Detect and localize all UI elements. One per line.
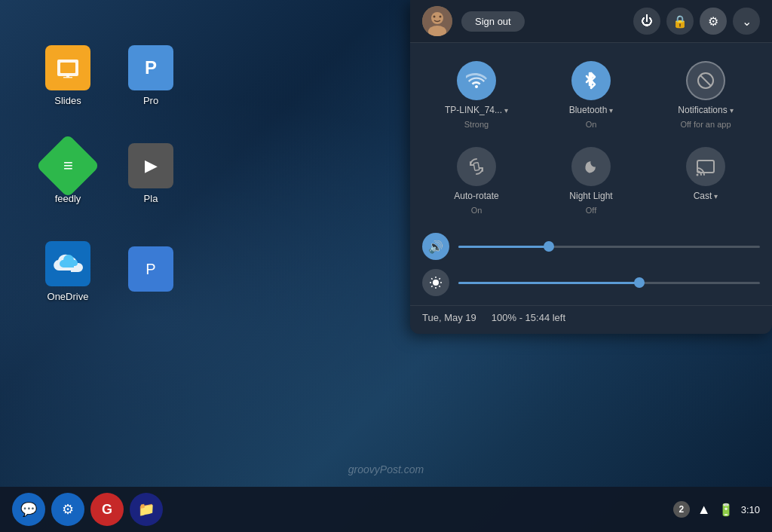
svg-rect-3 bbox=[63, 77, 72, 78]
avatar-img bbox=[422, 6, 452, 36]
desktop-icon-partial[interactable]: P bbox=[113, 226, 188, 316]
svg-line-10 bbox=[700, 75, 711, 86]
tile-wifi[interactable]: TP-LINK_74... ▾ Strong bbox=[422, 55, 531, 135]
taskbar: 💬 ⚙ G 📁 2 ▲ 🔋 3:10 bbox=[0, 487, 772, 532]
autorotate-tile-icon bbox=[457, 147, 496, 186]
collapse-button[interactable]: ⌄ bbox=[733, 8, 760, 35]
notifications-icon bbox=[695, 70, 716, 91]
cast-icon bbox=[695, 156, 716, 177]
chevron-down-icon: ⌄ bbox=[742, 14, 752, 29]
onedrive-icon bbox=[53, 252, 83, 275]
brightness-fill bbox=[458, 282, 639, 284]
svg-line-21 bbox=[439, 278, 440, 279]
volume-thumb[interactable] bbox=[544, 241, 554, 252]
tile-bluetooth[interactable]: Bluetooth ▾ On bbox=[537, 55, 645, 135]
svg-point-7 bbox=[433, 16, 436, 18]
volume-icon[interactable]: 🔊 bbox=[422, 233, 449, 260]
notification-badge[interactable]: 2 bbox=[673, 501, 690, 518]
wifi-tile-icon bbox=[457, 61, 496, 100]
taskbar-google-icon[interactable]: G bbox=[90, 493, 124, 526]
svg-rect-11 bbox=[473, 163, 479, 171]
desktop-icon-feedly[interactable]: ≡ feedly bbox=[30, 128, 106, 219]
google-icon: G bbox=[102, 502, 112, 518]
brightness-icon[interactable] bbox=[422, 269, 449, 296]
settings-button[interactable]: ⚙ bbox=[700, 8, 727, 35]
desktop-icon-slides[interactable]: Slides bbox=[30, 30, 106, 121]
tile-cast[interactable]: Cast ▾ bbox=[651, 141, 760, 221]
desktop-icon-onedrive[interactable]: OneDrive bbox=[30, 226, 106, 316]
bluetooth-sublabel: On bbox=[586, 120, 597, 129]
wifi-taskbar-icon: ▲ bbox=[697, 502, 711, 518]
tile-nightlight[interactable]: Night Light Off bbox=[537, 141, 645, 221]
svg-point-5 bbox=[431, 12, 443, 24]
svg-point-13 bbox=[697, 174, 699, 176]
taskbar-settings-icon[interactable]: ⚙ bbox=[51, 493, 84, 526]
nightlight-icon bbox=[581, 156, 602, 177]
taskbar-files-icon[interactable]: 📁 bbox=[130, 493, 163, 526]
footer-battery: 100% - 15:44 left bbox=[492, 312, 565, 323]
autorotate-label: Auto-rotate bbox=[454, 191, 498, 201]
bluetooth-label: Bluetooth ▾ bbox=[569, 105, 614, 115]
taskbar-chat-icon[interactable]: 💬 bbox=[12, 493, 45, 526]
svg-rect-1 bbox=[60, 63, 75, 73]
quick-settings-panel: Sign out ⏻ 🔒 ⚙ ⌄ bbox=[410, 0, 772, 334]
chat-icon: 💬 bbox=[20, 501, 37, 518]
brightness-thumb[interactable] bbox=[634, 277, 645, 288]
slides-label: Slides bbox=[54, 95, 81, 106]
bluetooth-tile-icon bbox=[571, 61, 611, 100]
qs-sliders: 🔊 bbox=[410, 227, 772, 305]
notifications-chevron-icon: ▾ bbox=[730, 106, 734, 115]
bluetooth-icon bbox=[581, 70, 602, 91]
wifi-chevron-icon: ▾ bbox=[504, 106, 508, 115]
nightlight-tile-icon bbox=[571, 147, 611, 186]
wifi-sublabel: Strong bbox=[464, 120, 489, 129]
sign-out-button[interactable]: Sign out bbox=[461, 11, 525, 32]
nightlight-label: Night Light bbox=[569, 191, 612, 201]
desktop-icon-play[interactable]: ▶ Pla bbox=[113, 128, 188, 219]
power-icon: ⏻ bbox=[641, 14, 653, 28]
volume-track[interactable] bbox=[458, 246, 760, 248]
taskbar-right: 2 ▲ 🔋 3:10 bbox=[673, 501, 760, 518]
lock-icon: 🔒 bbox=[672, 14, 688, 29]
speaker-icon: 🔊 bbox=[428, 240, 443, 254]
volume-slider-row: 🔊 bbox=[422, 233, 760, 260]
svg-point-8 bbox=[440, 16, 442, 18]
svg-line-22 bbox=[431, 286, 432, 286]
volume-fill bbox=[458, 246, 549, 248]
watermark: groovyPost.com bbox=[348, 463, 424, 475]
autorotate-sublabel: On bbox=[471, 206, 482, 215]
slides-icon bbox=[54, 54, 81, 81]
notifications-label: Notifications ▾ bbox=[678, 105, 733, 115]
qs-footer: Tue, May 19 100% - 15:44 left bbox=[410, 305, 772, 334]
brightness-track[interactable] bbox=[458, 282, 760, 284]
footer-date: Tue, May 19 bbox=[422, 312, 476, 323]
svg-point-14 bbox=[433, 280, 439, 286]
onedrive-label: OneDrive bbox=[47, 291, 89, 302]
tile-notifications[interactable]: Notifications ▾ Off for an app bbox=[651, 55, 760, 135]
system-time[interactable]: 3:10 bbox=[741, 504, 760, 515]
nightlight-sublabel: Off bbox=[586, 206, 596, 215]
lock-button[interactable]: 🔒 bbox=[666, 8, 694, 35]
tile-autorotate[interactable]: Auto-rotate On bbox=[422, 141, 531, 221]
gear-icon: ⚙ bbox=[708, 14, 718, 29]
settings-icon: ⚙ bbox=[62, 501, 74, 518]
cast-label: Cast ▾ bbox=[694, 191, 718, 201]
sun-icon bbox=[429, 276, 443, 289]
battery-taskbar-icon: 🔋 bbox=[718, 503, 734, 517]
files-icon: 📁 bbox=[138, 501, 155, 518]
cast-tile-icon bbox=[686, 147, 725, 186]
autorotate-icon bbox=[466, 156, 487, 177]
wifi-label: TP-LINK_74... ▾ bbox=[445, 105, 508, 115]
cast-chevron-icon: ▾ bbox=[714, 192, 718, 200]
wifi-icon bbox=[466, 70, 487, 91]
desktop-icon-pro[interactable]: P Pro bbox=[113, 30, 188, 121]
qs-tiles: TP-LINK_74... ▾ Strong Bluetooth ▾ On bbox=[410, 43, 772, 227]
notifications-sublabel: Off for an app bbox=[680, 120, 731, 129]
user-avatar[interactable] bbox=[422, 6, 452, 36]
bluetooth-chevron-icon: ▾ bbox=[609, 106, 613, 115]
pro-label: Pro bbox=[143, 95, 158, 106]
power-button[interactable]: ⏻ bbox=[633, 8, 660, 35]
svg-line-19 bbox=[431, 278, 432, 279]
svg-rect-12 bbox=[697, 161, 714, 173]
brightness-slider-row bbox=[422, 269, 760, 296]
